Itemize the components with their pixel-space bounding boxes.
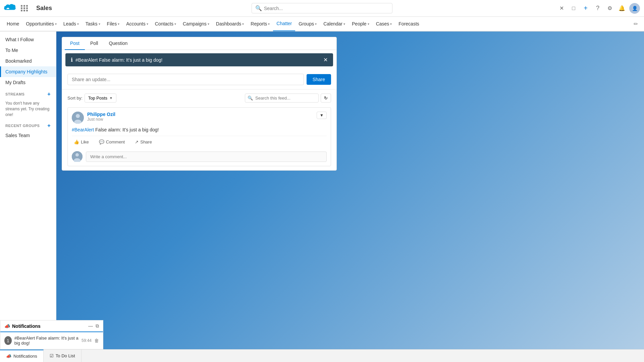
svg-point-5 xyxy=(75,153,79,157)
tab-poll[interactable]: Poll xyxy=(85,37,103,50)
nav-item-groups[interactable]: Groups▾ xyxy=(295,16,320,31)
nav-item-files[interactable]: Files▾ xyxy=(104,16,123,31)
comment-input[interactable] xyxy=(86,152,327,162)
nav-item-campaigns[interactable]: Campaigns▾ xyxy=(179,16,213,31)
share-button[interactable]: Share xyxy=(307,74,331,85)
nav-item-cases[interactable]: Cases▾ xyxy=(373,16,395,31)
sidebar-item-my-drafts[interactable]: My Drafts xyxy=(0,77,56,88)
notifications-title: Notifications xyxy=(12,323,41,329)
share-icon: ↗ xyxy=(135,139,139,144)
share-label: Share xyxy=(140,139,152,144)
streams-empty-text: You don't have any streams yet. Try crea… xyxy=(0,99,56,119)
post-menu-button[interactable]: ▼ xyxy=(317,112,327,119)
sidebar-item-to-me[interactable]: To Me xyxy=(0,45,56,56)
chevron-down-icon: ▾ xyxy=(99,22,100,26)
nav-item-reports[interactable]: Reports▾ xyxy=(247,16,273,31)
comment-label: Comment xyxy=(106,139,125,144)
sidebar-item-company-highlights[interactable]: Company Highlights xyxy=(0,66,56,77)
setup-icon[interactable]: ⚙ xyxy=(605,4,614,13)
bell-icon[interactable]: 🔔 xyxy=(617,4,627,13)
add-icon[interactable]: + xyxy=(581,4,590,13)
nav-bar: HomeOpportunities▾Leads▾Tasks▾Files▾Acco… xyxy=(0,17,644,32)
bottom-tab-todo[interactable]: ☑ To Do List xyxy=(44,350,82,362)
like-button[interactable]: 👍 Like xyxy=(72,138,91,146)
nav-item-home[interactable]: Home xyxy=(3,16,22,31)
notifications-header-actions: — ⧉ xyxy=(88,323,99,329)
tab-post[interactable]: Post xyxy=(65,37,85,50)
streams-section: STREAMS + xyxy=(0,88,56,99)
post-body-text: False alarm: It's just a big dog! xyxy=(94,127,159,132)
sort-label: Sort by: xyxy=(67,96,83,101)
nav-item-leads[interactable]: Leads▾ xyxy=(60,16,82,31)
chevron-down-icon: ▼ xyxy=(109,96,113,100)
nav-item-dashboards[interactable]: Dashboards▾ xyxy=(213,16,248,31)
post-hashtag[interactable]: #BearAlert xyxy=(72,127,94,132)
nav-item-forecasts[interactable]: Forecasts xyxy=(395,16,422,31)
bottom-todo-icon: ☑ xyxy=(50,353,54,358)
post-time: Just now xyxy=(87,117,115,122)
notification-item-right: 59:44 🗑 xyxy=(82,338,99,343)
global-search-input[interactable] xyxy=(264,6,389,11)
chevron-down-icon: ▾ xyxy=(390,22,392,26)
chevron-down-icon: ▾ xyxy=(268,22,270,26)
notification-delete-button[interactable]: 🗑 xyxy=(94,338,99,343)
nav-item-tasks[interactable]: Tasks▾ xyxy=(82,16,104,31)
sidebar-items: What I FollowTo MeBookmarkedCompany High… xyxy=(0,34,56,88)
sort-value: Top Posts xyxy=(88,96,107,101)
post-body: #BearAlert False alarm: It's just a big … xyxy=(72,127,327,132)
chevron-down-icon: ▾ xyxy=(343,22,345,26)
notification-badge: 1 xyxy=(4,336,12,345)
tab-question[interactable]: Question xyxy=(103,37,133,50)
help-icon[interactable]: ? xyxy=(593,4,602,13)
sidebar-item-what-i-follow[interactable]: What I Follow xyxy=(0,34,56,45)
sidebar-group-sales-team[interactable]: Sales Team xyxy=(0,130,56,141)
chevron-down-icon: ▾ xyxy=(208,22,209,26)
expand-icon[interactable]: □ xyxy=(569,4,578,13)
feed-search-input[interactable] xyxy=(245,94,319,103)
bottom-todo-label: To Do List xyxy=(56,353,75,358)
nav-item-opportunities[interactable]: Opportunities▾ xyxy=(22,16,60,31)
sidebar-item-bookmarked[interactable]: Bookmarked xyxy=(0,56,56,66)
nav-item-contacts[interactable]: Contacts▾ xyxy=(152,16,179,31)
close-tab-icon[interactable]: ✕ xyxy=(557,4,566,13)
share-area: Share xyxy=(62,70,336,89)
like-icon: 👍 xyxy=(74,139,79,144)
top-bar: ☁ Sales 🔍 ✕ □ + ? ⚙ 🔔 👤 xyxy=(0,0,644,17)
feed-search-container: 🔍 xyxy=(245,94,319,103)
notification-item: 1 #BearAlert False alarm: It's just a bi… xyxy=(0,332,103,349)
notifications-title-area: 📣 Notifications xyxy=(4,323,41,329)
chatter-card: Post Poll Question ℹ #BearAlert False al… xyxy=(62,37,337,171)
share-post-button[interactable]: ↗ Share xyxy=(133,138,154,146)
sort-dropdown[interactable]: Top Posts ▼ xyxy=(85,94,116,103)
nav-item-calendar[interactable]: Calendar▾ xyxy=(320,16,348,31)
expand-notification-button[interactable]: ⧉ xyxy=(96,323,99,329)
add-group-button[interactable]: + xyxy=(47,123,51,129)
post-author-name[interactable]: Philippe Ozil xyxy=(87,112,115,117)
sidebar: What I FollowTo MeBookmarkedCompany High… xyxy=(0,32,56,349)
app-launcher[interactable] xyxy=(21,5,28,11)
salesforce-logo[interactable]: ☁ xyxy=(4,2,17,15)
comment-icon: 💬 xyxy=(99,139,104,144)
post-header: Philippe Ozil Just now ▼ xyxy=(72,112,327,124)
share-input[interactable] xyxy=(67,74,304,85)
comment-button[interactable]: 💬 Comment xyxy=(97,138,127,146)
nav-edit-icon[interactable]: ✏ xyxy=(631,21,641,27)
like-label: Like xyxy=(81,139,89,144)
chevron-down-icon: ▾ xyxy=(315,22,317,26)
nav-item-chatter[interactable]: Chatter xyxy=(273,16,295,31)
user-avatar[interactable]: 👤 xyxy=(629,3,640,14)
bottom-tab-notifications[interactable]: 📣 Notifications xyxy=(0,350,44,362)
comment-area xyxy=(72,148,327,162)
alert-close-button[interactable]: ✕ xyxy=(323,57,328,63)
chevron-down-icon: ▾ xyxy=(242,22,244,26)
refresh-button[interactable]: ↻ xyxy=(321,94,331,103)
notification-text[interactable]: #BearAlert False alarm: It's just a big … xyxy=(14,336,82,346)
minimize-notification-button[interactable]: — xyxy=(88,323,93,329)
add-stream-button[interactable]: + xyxy=(47,91,51,97)
alert-text: #BearAlert False alarm: It's just a big … xyxy=(75,57,162,63)
content-area: Post Poll Question ℹ #BearAlert False al… xyxy=(56,32,644,349)
main-layout: What I FollowTo MeBookmarkedCompany High… xyxy=(0,32,644,349)
notification-time: 59:44 xyxy=(82,338,92,343)
nav-item-people[interactable]: People▾ xyxy=(348,16,373,31)
nav-item-accounts[interactable]: Accounts▾ xyxy=(123,16,152,31)
